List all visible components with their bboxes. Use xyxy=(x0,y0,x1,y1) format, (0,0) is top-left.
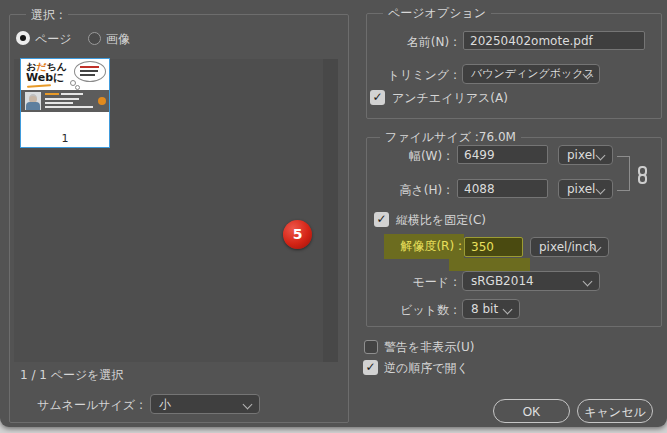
flyer-contact-band xyxy=(21,90,109,112)
link-bracket xyxy=(617,156,630,191)
chevron-down-icon xyxy=(503,305,513,315)
trimming-dropdown[interactable]: バウンディングボックス xyxy=(462,64,600,84)
speech-bubble-icon xyxy=(74,61,106,82)
resolution-field[interactable] xyxy=(464,237,523,257)
suppress-warnings-label[interactable]: 警告を非表示(U) xyxy=(384,339,474,356)
page-thumbnail[interactable]: おだちん Webに 1 xyxy=(20,58,110,148)
thumbnail-size-label: サムネールサイズ : xyxy=(14,397,143,414)
trimming-label: トリミング : xyxy=(360,67,457,84)
image-radio[interactable] xyxy=(88,32,101,45)
flyer-logo-icon xyxy=(98,97,106,105)
antialias-label[interactable]: アンチエイリアス(A) xyxy=(392,90,508,107)
image-radio-label[interactable]: 画像 xyxy=(106,31,130,48)
file-size-legend: ファイルサイズ :76.0M xyxy=(380,130,521,144)
name-label: 名前(N) : xyxy=(360,34,457,51)
height-field[interactable] xyxy=(457,179,548,198)
bit-depth-dropdown[interactable]: 8 bit xyxy=(462,299,520,319)
resolution-label-highlighted: 解像度(R) : xyxy=(384,234,464,259)
chevron-down-icon xyxy=(583,277,593,287)
chevron-down-icon xyxy=(243,400,253,410)
suppress-warnings-checkbox[interactable] xyxy=(364,340,378,354)
width-label: 幅(W) : xyxy=(360,148,450,165)
reverse-order-label[interactable]: 逆の順序で開く xyxy=(384,360,469,377)
ok-button[interactable]: OK xyxy=(493,399,570,423)
page-radio-label[interactable]: ページ xyxy=(35,31,72,48)
width-unit-dropdown[interactable]: pixel xyxy=(558,145,613,165)
width-field[interactable] xyxy=(457,145,548,164)
pages-selected-text: 1 / 1 ページを選択 xyxy=(20,367,124,384)
mode-label: モード : xyxy=(360,274,457,291)
page-radio[interactable] xyxy=(16,31,30,45)
resolution-unit-dropdown[interactable]: pixel/inch xyxy=(530,237,609,257)
pdf-import-dialog: 選択 : ページ 画像 おだちん Webに 1 1 / 1 ページを xyxy=(0,0,667,427)
scrollbar-track[interactable] xyxy=(323,59,338,362)
portrait-photo xyxy=(25,92,41,110)
page-options-legend: ページオプション xyxy=(383,6,491,20)
annotation-badge: 5 xyxy=(283,220,312,249)
highlight-strip xyxy=(449,258,530,271)
chevron-down-icon xyxy=(596,151,606,161)
chain-link-icon xyxy=(636,166,649,184)
height-label: 高さ(H) : xyxy=(360,182,450,199)
bit-depth-label: ビット数 : xyxy=(360,302,457,319)
chevron-down-icon xyxy=(596,185,606,195)
cancel-button[interactable]: キャンセル xyxy=(577,399,653,423)
constrain-checkbox[interactable]: ✓ xyxy=(374,212,389,227)
reverse-order-checkbox[interactable]: ✓ xyxy=(363,360,378,375)
thumbnail-size-dropdown[interactable]: 小 xyxy=(150,394,260,414)
page-number: 1 xyxy=(21,132,109,145)
flyer-underline-accent xyxy=(27,84,51,88)
constrain-label[interactable]: 縦横比を固定(C) xyxy=(396,212,486,229)
flyer-title-line2: Webに xyxy=(26,72,64,84)
selection-legend: 選択 : xyxy=(26,8,68,22)
height-unit-dropdown[interactable]: pixel xyxy=(558,179,613,199)
antialias-checkbox[interactable]: ✓ xyxy=(370,90,385,105)
name-field[interactable] xyxy=(463,31,645,50)
mode-dropdown[interactable]: sRGB2014 xyxy=(462,271,600,291)
